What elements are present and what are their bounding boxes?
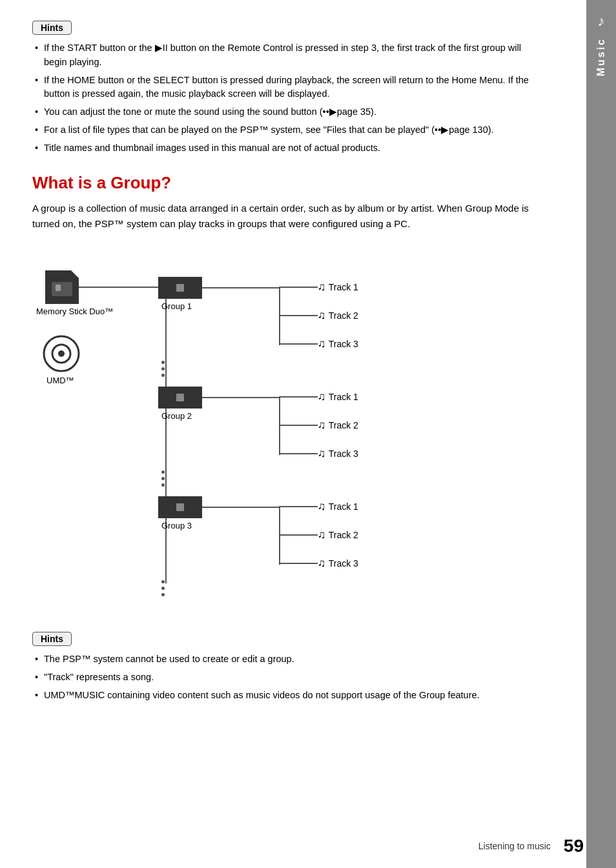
hints-label-1: Hints (32, 21, 72, 35)
memory-stick-icon (45, 270, 79, 306)
g3-track2: ♫ Track 2 (279, 529, 358, 541)
hint-item: Title names and thumbnail images used in… (32, 141, 529, 156)
hint-item: If the HOME button or the SELECT button … (32, 74, 529, 102)
umd-icon (43, 335, 80, 374)
page-label: Listening to music (478, 841, 551, 851)
group2-block (158, 387, 202, 409)
section-body: A group is a collection of music data ar… (32, 201, 529, 232)
hint2-item: The PSP™ system cannot be used to create… (32, 652, 529, 667)
hint2-item: UMD™MUSIC containing video content such … (32, 689, 529, 703)
h-line-g1 (202, 287, 280, 288)
group3-block (158, 496, 202, 518)
g1-track2: ♫ Track 2 (279, 309, 358, 322)
hints-list-1: If the START button or the ▶II button on… (32, 41, 529, 155)
g3-track3: ♫ Track 3 (279, 557, 358, 570)
h-line-ms (79, 287, 166, 288)
h-line-g3 (202, 507, 280, 508)
hints-list-2: The PSP™ system cannot be used to create… (32, 652, 529, 702)
ms-label: Memory Stick Duo™ (36, 307, 113, 316)
dots-below-g3 (161, 580, 165, 596)
g1-track1: ♫ Track 1 (279, 281, 358, 294)
group1-block (158, 277, 202, 299)
music-icon-sidebar: ♪ (598, 13, 605, 30)
diagram: Memory Stick Duo™ UMD™ Group 1 ♫ Tr (32, 251, 562, 612)
umd-label: UMD™ (46, 376, 74, 385)
svg-point-5 (58, 350, 65, 357)
section-title: What is a Group? (32, 173, 529, 193)
g1-track3: ♫ Track 3 (279, 338, 358, 350)
g2-track2: ♫ Track 2 (279, 419, 358, 432)
svg-rect-2 (56, 285, 61, 291)
dots-g1-g2 (161, 361, 165, 377)
h-line-g2 (202, 397, 280, 398)
hint-item: You can adjust the tone or mute the soun… (32, 105, 529, 119)
hints-label-2: Hints (32, 632, 72, 646)
page-number: 59 (564, 836, 584, 856)
hints-section-2: Hints The PSP™ system cannot be used to … (32, 632, 529, 702)
svg-rect-1 (52, 282, 72, 296)
hint-item: For a list of file types that can be pla… (32, 123, 529, 137)
group1-label: Group 1 (161, 301, 192, 311)
hint-item: If the START button or the ▶II button on… (32, 41, 529, 70)
group2-label: Group 2 (161, 411, 192, 421)
g2-track3: ♫ Track 3 (279, 447, 358, 460)
hint2-item: "Track" represents a song. (32, 671, 529, 685)
v-line-trunk (165, 287, 167, 583)
dots-g2-g3 (161, 470, 165, 487)
g2-track1: ♫ Track 1 (279, 390, 358, 403)
sidebar-label: Music (595, 37, 607, 76)
hints-section-1: Hints If the START button or the ▶II but… (32, 21, 529, 155)
sidebar: ♪ Music (586, 0, 616, 868)
page-footer: Listening to music 59 (478, 836, 584, 856)
group3-label: Group 3 (161, 521, 192, 530)
g3-track1: ♫ Track 1 (279, 500, 358, 513)
